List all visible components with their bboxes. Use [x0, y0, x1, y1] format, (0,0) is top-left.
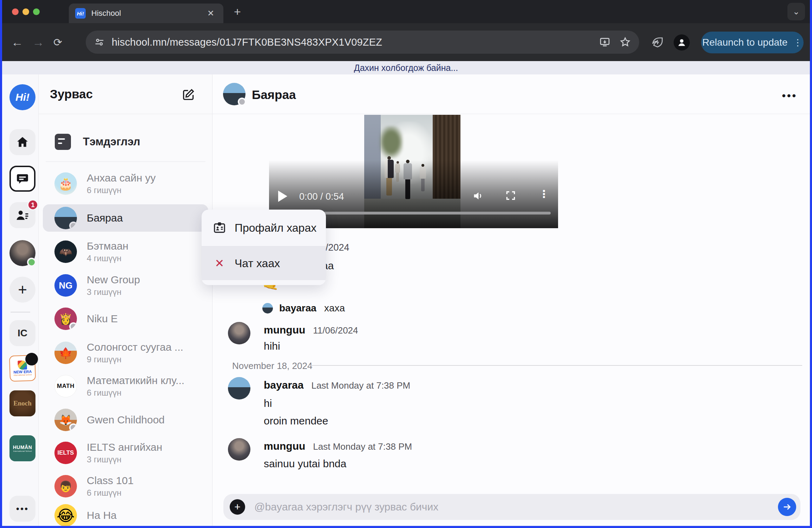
message-input[interactable] — [254, 501, 778, 513]
browser-tab[interactable]: Hi! Hischool ✕ — [69, 4, 223, 23]
message-input-bar: + — [223, 494, 800, 520]
video-fullscreen-icon[interactable] — [505, 190, 516, 201]
offline-status-dot — [69, 423, 77, 431]
offline-status-dot — [69, 222, 77, 229]
video-volume-icon[interactable] — [472, 190, 484, 202]
chat-avatar: 🍁 — [54, 342, 77, 364]
browser-profile-avatar[interactable] — [674, 34, 690, 51]
attach-plus-button[interactable]: + — [230, 499, 245, 515]
date-divider: November 18, 2024 — [232, 361, 802, 370]
reconnecting-banner: Дахин холбогдож байна... — [2, 61, 810, 74]
chat-item-anhaa[interactable]: 🎂 Анхаа сайн уу 6 гишүүн — [43, 167, 208, 200]
message-avatar[interactable] — [228, 377, 250, 400]
tab-close-icon[interactable]: ✕ — [204, 7, 217, 20]
chat-item-gwen[interactable]: 🦊 Gwen Childhood — [43, 403, 208, 437]
maximize-window-button[interactable] — [33, 8, 40, 15]
chat-more-options-icon[interactable]: ••• — [782, 90, 797, 102]
chat-avatar: NG — [54, 274, 77, 297]
hidden-message-date-fragment: /2024 — [326, 242, 349, 253]
performance-leaf-icon[interactable] — [651, 36, 664, 48]
site-info-icon[interactable] — [94, 37, 105, 47]
forward-button[interactable]: → — [32, 35, 44, 49]
chat-bubble-icon — [16, 172, 29, 185]
context-menu-close-chat[interactable]: ✕ Чат хаах — [202, 246, 326, 280]
send-arrow-icon — [782, 502, 792, 512]
left-rail: Hi! 1 + — [2, 74, 39, 526]
chat-item-math-club[interactable]: MATH Математикийн клу... 6 гишүүн — [43, 369, 208, 403]
video-menu-kebab-icon[interactable]: ⋮ — [539, 188, 549, 200]
tab-title: Hischool — [91, 9, 204, 18]
chat-title: Баяраа — [252, 88, 296, 102]
sidebar-header: Зурвас — [39, 74, 212, 114]
url-text: hischool.mn/messages/01J7FTK0BE3NS483XPX… — [112, 37, 590, 48]
video-time: 0:00 / 0:54 — [299, 191, 344, 202]
browser-toolbar: ← → ⟳ hischool.mn/messages/01J7FTK0BE3NS… — [2, 23, 810, 61]
chat-sidebar: Зурвас Тэмдэглэл 🎂 Анхаа сайн уу 6 гишүү… — [39, 74, 212, 526]
video-play-button[interactable] — [278, 191, 287, 202]
contacts-icon — [15, 208, 30, 223]
compose-icon[interactable] — [182, 88, 195, 101]
message-bayaraa-hi: bayaraaLast Monday at 7:38 PM hi oroin m… — [228, 377, 544, 430]
back-button[interactable]: ← — [11, 35, 23, 49]
chat-avatar: 👸 — [54, 308, 77, 330]
install-app-icon[interactable] — [599, 37, 610, 48]
notes-item[interactable]: Тэмдэглэл — [46, 126, 205, 158]
sidebar-divider — [46, 161, 205, 162]
chat-item-ielts[interactable]: IELTS IELTS ангийхан 3 гишүүн — [43, 436, 208, 470]
tab-search-chevron-icon[interactable]: ⌄ — [787, 3, 805, 20]
chat-avatar: IELTS — [54, 442, 77, 464]
reload-button[interactable]: ⟳ — [53, 36, 62, 48]
chat-item-niku[interactable]: 👸 Niku E — [43, 302, 208, 336]
close-x-icon: ✕ — [213, 257, 226, 270]
message-munguu-hihi: munguu11/06/2024 hihi — [228, 322, 544, 357]
home-button[interactable] — [9, 129, 35, 155]
online-status-dot — [27, 258, 36, 267]
workspace-enoch-button[interactable]: Enoch — [9, 390, 35, 416]
browser-menu-kebab-icon[interactable]: ⋮ — [793, 37, 802, 48]
message-bayaraa-xaxa: bayaraa xaxa — [262, 303, 345, 314]
workspace-new-era-button[interactable]: NEW ERA international school — [9, 355, 36, 382]
close-window-button[interactable] — [12, 8, 19, 15]
workspace-ic-button[interactable]: IC — [9, 320, 35, 346]
offline-status-dot — [238, 98, 246, 106]
url-bar[interactable]: hischool.mn/messages/01J7FTK0BE3NS483XPX… — [86, 31, 639, 54]
chat-item-batman[interactable]: 🦇 Бэтмаан 4 гишүүн — [43, 235, 208, 269]
tab-strip: Hi! Hischool ✕ + ⌄ — [2, 0, 810, 23]
chat-avatar: 😂 — [54, 504, 77, 527]
relaunch-to-update-button[interactable]: Relaunch to update ⋮ — [701, 32, 804, 53]
new-tab-button[interactable]: + — [234, 6, 241, 18]
relaunch-label: Relaunch to update — [702, 37, 788, 48]
hischool-logo[interactable]: Hi! — [9, 84, 35, 110]
chat-avatar: 🎂 — [54, 172, 77, 195]
chat-avatar: 👦 — [54, 475, 77, 497]
notes-label: Тэмдэглэл — [83, 136, 140, 148]
chat-context-menu: Профайл харах ✕ Чат хаах — [202, 210, 326, 285]
chat-item-ha-ha[interactable]: 😂 Ha Ha — [43, 499, 208, 528]
bookmark-star-icon[interactable] — [620, 37, 631, 48]
workspace-human-button[interactable]: HUMÅN International School — [9, 435, 35, 461]
context-menu-view-profile[interactable]: Профайл харах — [202, 210, 326, 245]
chat-avatar: MATH — [54, 375, 77, 397]
notes-icon — [55, 134, 71, 150]
chat-header-avatar[interactable] — [223, 83, 245, 105]
message-avatar[interactable] — [262, 303, 273, 314]
sidebar-title: Зурвас — [50, 87, 93, 101]
profile-avatar[interactable] — [9, 240, 35, 266]
chat-item-new-group[interactable]: NG New Group 3 гишүүн — [43, 269, 208, 302]
contacts-nav-button[interactable]: 1 — [9, 202, 35, 228]
chat-avatar: 🦊 — [54, 409, 77, 431]
message-avatar[interactable] — [228, 438, 250, 461]
chat-item-bayaraa-selected[interactable]: Баяраа — [43, 204, 208, 232]
chat-item-class-101[interactable]: 👦 Class 101 6 гишүүн — [43, 469, 208, 503]
rail-more-button[interactable]: ••• — [9, 496, 35, 522]
chat-item-solongost[interactable]: 🍁 Солонгост суугаа ... 9 гишүүн — [43, 336, 208, 370]
offline-status-dot — [69, 322, 77, 330]
messages-nav-button[interactable] — [9, 166, 35, 192]
send-button[interactable] — [778, 498, 796, 516]
add-button[interactable]: + — [9, 277, 35, 303]
minimize-window-button[interactable] — [22, 8, 29, 15]
chat-main: Баяраа ••• — [212, 74, 810, 526]
message-avatar[interactable] — [228, 322, 250, 344]
new-era-notification-dot — [25, 352, 38, 365]
hischool-favicon: Hi! — [75, 8, 86, 19]
